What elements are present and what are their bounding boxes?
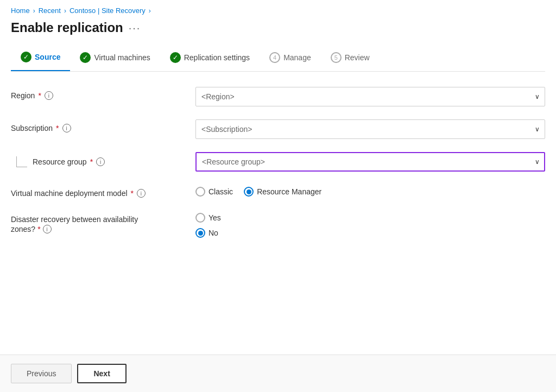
vm-classic-radio[interactable] — [195, 187, 205, 197]
resource-group-indent: Resource group * i — [11, 152, 185, 167]
subscription-label-col: Subscription * i — [11, 119, 185, 132]
step-vm-circle: ✓ — [80, 52, 91, 63]
region-control-col: <Region> — [195, 87, 545, 106]
step-replication-settings[interactable]: ✓ Replication settings — [160, 47, 260, 71]
dr-yes-option[interactable]: Yes — [195, 213, 545, 223]
content-area: ✓ Source ✓ Virtual machines ✓ Replicatio… — [0, 46, 556, 355]
resource-group-label-wrap: Resource group * i — [33, 157, 105, 166]
disaster-recovery-control-col: Yes No — [195, 211, 545, 238]
vm-deployment-model-row: Virtual machine deployment model * i Cla… — [11, 185, 545, 198]
dr-no-label: No — [208, 229, 218, 237]
more-options-button[interactable]: ··· — [129, 22, 141, 34]
page-header: Enable replication ··· — [0, 15, 556, 46]
breadcrumb-site-recovery[interactable]: Contoso | Site Recovery — [70, 7, 146, 15]
region-required: * — [38, 91, 41, 100]
breadcrumb-sep-3: › — [149, 7, 151, 15]
vm-classic-option[interactable]: Classic — [195, 187, 233, 197]
disaster-recovery-label-line2: zones? — [11, 225, 35, 233]
step-review-label: Review — [345, 53, 370, 62]
vm-rm-radio-inner — [247, 189, 251, 194]
step-manage-circle: 4 — [269, 52, 280, 63]
form-section: Region * i <Region> Subscription * — [11, 87, 545, 238]
vm-deployment-info-icon[interactable]: i — [137, 189, 146, 198]
resource-group-info-icon[interactable]: i — [96, 157, 105, 166]
breadcrumb-home[interactable]: Home — [11, 7, 30, 15]
step-source-label: Source — [35, 53, 60, 61]
step-review[interactable]: 5 Review — [321, 47, 380, 71]
resource-group-control-col: <Resource group> — [195, 152, 545, 172]
disaster-recovery-required: * — [37, 225, 40, 233]
vm-classic-label: Classic — [208, 187, 233, 196]
footer: Previous Next — [0, 355, 556, 392]
resource-group-label: Resource group — [33, 157, 87, 166]
breadcrumb: Home › Recent › Contoso | Site Recovery … — [0, 0, 556, 15]
subscription-label: Subscription — [11, 124, 53, 132]
region-info-icon[interactable]: i — [45, 91, 53, 100]
indent-line — [16, 156, 27, 167]
page-title: Enable replication — [11, 20, 123, 35]
step-vm-label: Virtual machines — [94, 53, 150, 62]
vm-deployment-required: * — [131, 189, 134, 198]
region-label: Region — [11, 91, 35, 100]
vm-deployment-label-col: Virtual machine deployment model * i — [11, 185, 185, 198]
resource-group-required: * — [90, 157, 93, 166]
step-source-circle: ✓ — [21, 52, 31, 62]
breadcrumb-sep-2: › — [64, 7, 66, 15]
step-manage[interactable]: 4 Manage — [260, 47, 321, 71]
subscription-info-icon[interactable]: i — [62, 124, 71, 132]
vm-resource-manager-label: Resource Manager — [257, 187, 321, 196]
breadcrumb-recent[interactable]: Recent — [39, 7, 61, 15]
subscription-select[interactable]: <Subscription> — [195, 119, 545, 139]
region-label-col: Region * i — [11, 87, 185, 100]
dr-no-radio-inner — [198, 231, 203, 236]
step-virtual-machines[interactable]: ✓ Virtual machines — [70, 47, 160, 71]
dr-no-radio[interactable] — [195, 228, 205, 238]
vm-resource-manager-option[interactable]: Resource Manager — [244, 187, 321, 197]
region-select[interactable]: <Region> — [195, 87, 545, 106]
disaster-recovery-info-icon[interactable]: i — [43, 225, 52, 233]
region-row: Region * i <Region> — [11, 87, 545, 106]
disaster-recovery-radio-group: Yes No — [195, 211, 545, 238]
next-button[interactable]: Next — [77, 364, 126, 383]
resource-group-row: Resource group * i <Resource group> — [11, 152, 545, 172]
step-review-circle: 5 — [331, 52, 342, 63]
vm-deployment-label: Virtual machine deployment model — [11, 189, 128, 198]
dr-yes-radio[interactable] — [195, 213, 205, 223]
disaster-recovery-row: Disaster recovery between availability z… — [11, 211, 545, 238]
step-source[interactable]: ✓ Source — [11, 46, 70, 71]
vm-deployment-radio-group: Classic Resource Manager — [195, 185, 545, 197]
step-manage-label: Manage — [283, 53, 311, 62]
step-rep-label: Replication settings — [184, 53, 250, 62]
disaster-recovery-label-col: Disaster recovery between availability z… — [11, 211, 185, 233]
subscription-row: Subscription * i <Subscription> — [11, 119, 545, 139]
resource-group-dropdown-wrapper: <Resource group> — [195, 152, 545, 172]
disaster-recovery-label-line1: Disaster recovery between availability — [11, 215, 138, 224]
dr-yes-label: Yes — [208, 213, 221, 222]
dr-no-option[interactable]: No — [195, 228, 545, 238]
steps-nav: ✓ Source ✓ Virtual machines ✓ Replicatio… — [11, 46, 545, 72]
breadcrumb-sep-1: › — [33, 7, 35, 15]
resource-group-select[interactable]: <Resource group> — [195, 152, 545, 172]
step-rep-circle: ✓ — [170, 52, 181, 63]
vm-rm-radio[interactable] — [244, 187, 254, 197]
region-dropdown-wrapper: <Region> — [195, 87, 545, 106]
subscription-control-col: <Subscription> — [195, 119, 545, 139]
page-wrapper: Home › Recent › Contoso | Site Recovery … — [0, 0, 556, 392]
subscription-required: * — [56, 124, 59, 132]
previous-button[interactable]: Previous — [11, 364, 72, 383]
subscription-dropdown-wrapper: <Subscription> — [195, 119, 545, 139]
vm-deployment-control-col: Classic Resource Manager — [195, 185, 545, 197]
